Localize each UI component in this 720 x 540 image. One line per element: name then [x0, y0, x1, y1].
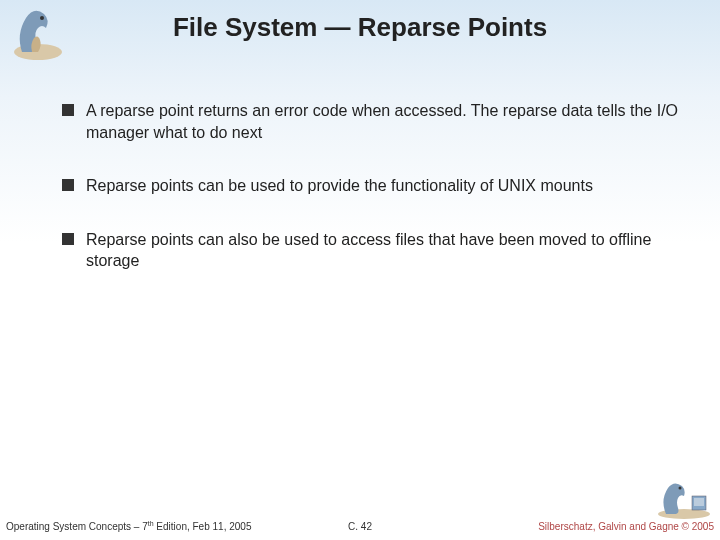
footer-copyright: Silberschatz, Galvin and Gagne © 2005	[538, 521, 714, 532]
dinosaur-logo-small-icon	[644, 478, 714, 520]
slide-content: A reparse point returns an error code wh…	[62, 100, 680, 304]
bullet-item: Reparse points can also be used to acces…	[62, 229, 680, 272]
slide-title: File System — Reparse Points	[0, 12, 720, 43]
bullet-text: A reparse point returns an error code wh…	[86, 100, 680, 143]
bullet-text: Reparse points can be used to provide th…	[86, 175, 593, 197]
bullet-text: Reparse points can also be used to acces…	[86, 229, 680, 272]
bullet-square-icon	[62, 104, 74, 116]
bullet-square-icon	[62, 179, 74, 191]
bullet-item: Reparse points can be used to provide th…	[62, 175, 680, 197]
bullet-square-icon	[62, 233, 74, 245]
svg-point-5	[679, 487, 682, 490]
bullet-item: A reparse point returns an error code wh…	[62, 100, 680, 143]
svg-rect-4	[694, 498, 704, 506]
slide-footer: Operating System Concepts – 7th Edition,…	[0, 516, 720, 532]
